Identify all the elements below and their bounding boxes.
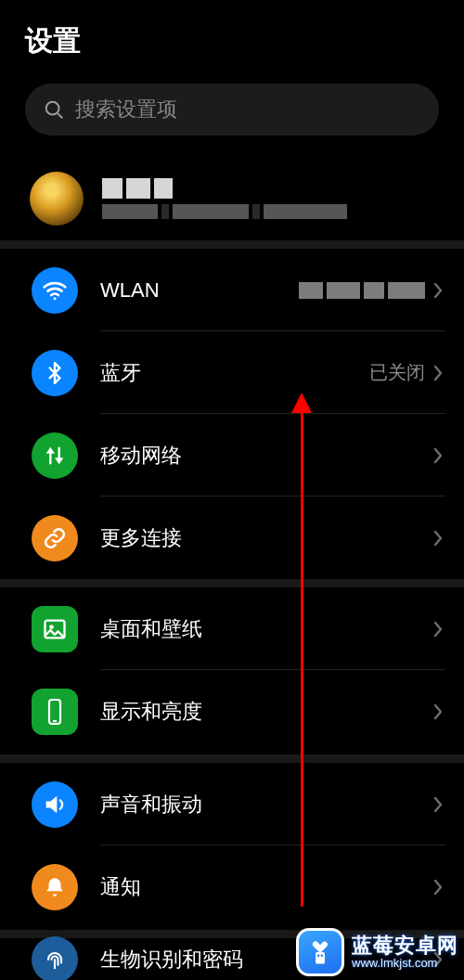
picture-icon — [32, 606, 78, 652]
row-value: 已关闭 — [369, 360, 425, 385]
svg-point-9 — [321, 954, 324, 957]
search-placeholder: 搜索设置项 — [75, 96, 177, 123]
avatar — [30, 172, 84, 226]
row-label: 显示和亮度 — [100, 698, 431, 726]
chevron-right-icon — [431, 444, 445, 468]
account-subtitle — [102, 204, 445, 219]
row-label: 更多连接 — [100, 524, 431, 552]
link-icon — [32, 515, 78, 561]
row-label: 桌面和壁纸 — [100, 615, 431, 643]
fingerprint-icon — [32, 936, 78, 981]
svg-point-8 — [317, 954, 320, 957]
chevron-right-icon — [431, 700, 445, 724]
chevron-right-icon — [431, 875, 445, 899]
row-bluetooth[interactable]: 蓝牙 已关闭 — [0, 331, 464, 414]
row-label: 声音和振动 — [100, 791, 431, 819]
chevron-right-icon — [431, 793, 445, 817]
svg-rect-7 — [316, 952, 325, 964]
row-label: 移动网络 — [100, 442, 431, 470]
account-name — [102, 178, 445, 199]
group-divider — [0, 754, 464, 763]
group-network: WLAN 蓝牙 已关闭 移动网络 — [0, 249, 464, 579]
watermark-url: www.lmkjst.com — [352, 957, 458, 971]
row-label: 通知 — [100, 873, 431, 901]
group-display: 桌面和壁纸 显示和亮度 — [0, 587, 464, 753]
svg-point-2 — [54, 297, 57, 300]
row-display-brightness[interactable]: 显示和亮度 — [0, 670, 464, 753]
row-mobile-network[interactable]: 移动网络 — [0, 414, 464, 496]
row-value-redacted — [299, 282, 425, 299]
phone-light-icon — [32, 689, 78, 735]
row-sound-vibration[interactable]: 声音和振动 — [0, 763, 464, 845]
watermark: 蓝莓安卓网 www.lmkjst.com — [296, 928, 458, 976]
svg-point-0 — [46, 102, 59, 115]
account-row[interactable] — [0, 158, 464, 239]
bluetooth-icon — [32, 350, 78, 396]
row-more-connections[interactable]: 更多连接 — [0, 496, 464, 579]
row-home-wallpaper[interactable]: 桌面和壁纸 — [0, 587, 464, 670]
bell-icon — [32, 864, 78, 910]
chevron-right-icon — [431, 617, 445, 641]
speaker-icon — [32, 781, 78, 828]
row-notifications[interactable]: 通知 — [0, 845, 464, 928]
wifi-icon — [32, 267, 78, 314]
watermark-title: 蓝莓安卓网 — [352, 934, 458, 957]
page-title: 设置 — [25, 22, 81, 60]
row-wlan[interactable]: WLAN — [0, 249, 464, 331]
chevron-right-icon — [431, 361, 445, 385]
group-divider — [0, 240, 464, 249]
watermark-icon — [296, 928, 344, 976]
search-input[interactable]: 搜索设置项 — [25, 84, 439, 135]
search-icon — [44, 99, 64, 120]
row-label: 蓝牙 — [100, 359, 369, 387]
svg-point-4 — [49, 625, 54, 629]
data-arrows-icon — [32, 432, 78, 479]
svg-line-1 — [58, 113, 62, 118]
row-label: WLAN — [100, 278, 299, 303]
chevron-right-icon — [431, 278, 445, 303]
group-divider — [0, 579, 464, 587]
group-sound: 声音和振动 通知 — [0, 763, 464, 928]
chevron-right-icon — [431, 526, 445, 550]
